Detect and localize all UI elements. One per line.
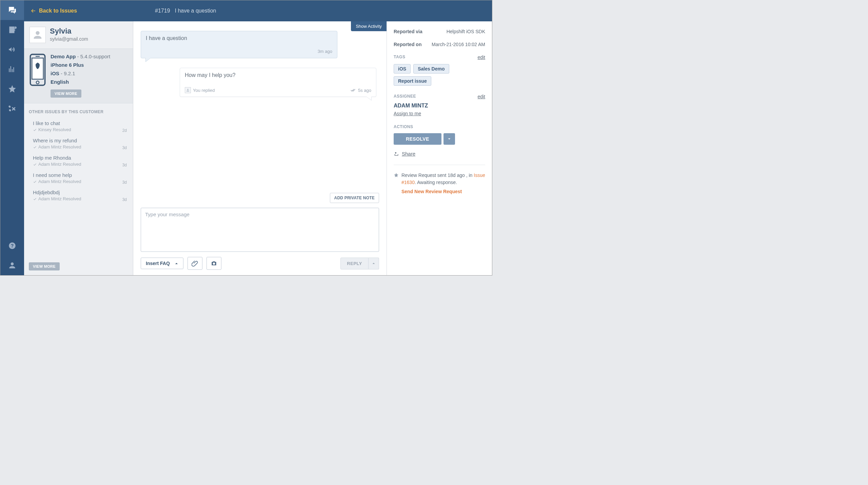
add-note-row: ADD PRIVATE NOTE (133, 191, 387, 206)
other-issue-status: Adam Mintz Resolved (33, 144, 127, 149)
share-link[interactable]: Share (402, 151, 415, 157)
nav-starred[interactable] (0, 79, 24, 99)
message-delivered: 5s ago (351, 88, 371, 93)
tags-row: iOS Sales Demo Report issue (394, 64, 485, 86)
device-lines: Demo App - 5.4.0-support iPhone 6 Plus i… (51, 54, 127, 98)
reported-via-label: Reported via (394, 29, 422, 34)
os-version: - 9.2.1 (59, 70, 75, 76)
other-issue-status: Adam Mintz Resolved (33, 196, 127, 201)
app-version: - 5.4.0-support (76, 54, 110, 59)
insert-faq-label: Insert FAQ (146, 261, 170, 266)
tags-edit-link[interactable]: edit (477, 55, 485, 60)
check-icon (33, 197, 37, 201)
reported-on-label: Reported on (394, 42, 421, 47)
other-issue-title: I like to chat (33, 120, 127, 126)
back-arrow-icon (30, 8, 36, 14)
assignee-name: ADAM MINTZ (394, 103, 485, 109)
message-input[interactable] (141, 208, 379, 252)
insert-faq-button[interactable]: Insert FAQ (141, 258, 183, 269)
reply-options-button[interactable] (369, 258, 379, 269)
message-text: I have a question (146, 35, 332, 41)
review-request-block: Review Request sent 18d ago , in Issue #… (394, 172, 485, 195)
attach-image-button[interactable] (206, 257, 221, 270)
other-issues: OTHER ISSUES BY THIS CUSTOMER I like to … (24, 103, 133, 260)
nav-analytics[interactable] (0, 59, 24, 79)
device-model: iPhone 6 Plus (51, 62, 127, 68)
other-issue-item[interactable]: Hdjdjebdbdj Adam Mintz Resolved 3d (29, 188, 128, 205)
svg-rect-2 (10, 31, 13, 31)
camera-icon (211, 260, 217, 267)
svg-rect-1 (10, 29, 14, 30)
conversation-panel: Show Activity I have a question 3m ago H… (133, 21, 387, 275)
send-new-review-link[interactable]: Send New Review Request (401, 188, 485, 195)
share-row: Share (394, 151, 485, 157)
check-icon (33, 145, 37, 149)
message-time: 3m ago (146, 49, 332, 54)
other-issue-time: 2d (122, 128, 127, 133)
reported-on-row: Reported on March-21-2016 10:02 AM (394, 42, 485, 47)
issue-title: I have a question (175, 8, 216, 14)
conversation-scroll[interactable]: I have a question 3m ago How may I help … (133, 21, 387, 191)
caret-up-icon (372, 262, 375, 265)
tags-label: TAGS (394, 55, 405, 59)
svg-text:?: ? (11, 243, 14, 248)
share-icon (394, 151, 399, 157)
other-issue-item[interactable]: I like to chat Kinsey Resolved 2d (29, 119, 128, 136)
star-icon (394, 173, 399, 178)
message-time: 5s ago (358, 88, 371, 93)
agent-mini-avatar (185, 87, 191, 93)
other-issue-item[interactable]: Where is my refund Adam Mintz Resolved 3… (29, 136, 128, 154)
content: Sylvia sylvia@gmail.com Demo App - 5.4.0… (24, 21, 492, 275)
nav-help[interactable]: ? (0, 236, 24, 256)
device-language: English (51, 79, 127, 85)
replier-label: You replied (193, 88, 215, 93)
other-issue-item[interactable]: I need some help Adam Mintz Resolved 3d (29, 171, 128, 188)
customer-message: I have a question 3m ago (141, 31, 337, 58)
nav-campaigns[interactable] (0, 40, 24, 59)
add-private-note-button[interactable]: ADD PRIVATE NOTE (330, 193, 379, 203)
other-issue-item[interactable]: Help me Rhonda Adam Mintz Resolved 3d (29, 154, 128, 171)
issue-id: #1719 (155, 8, 170, 14)
attach-file-button[interactable] (188, 257, 202, 270)
issue-title-group: #1719 I have a question (155, 8, 216, 14)
person-icon (186, 88, 190, 92)
customer-name: Sylvia (50, 27, 88, 36)
resolve-button[interactable]: RESOLVE (394, 133, 441, 145)
phone-icon (29, 54, 46, 98)
nav-conversations[interactable] (0, 0, 24, 20)
caret-up-icon (175, 262, 178, 265)
assignee-section: ASSIGNEE edit ADAM MINTZ Assign to me (394, 94, 485, 116)
tag[interactable]: iOS (394, 64, 411, 74)
person-icon (32, 29, 43, 41)
customer-card: Sylvia sylvia@gmail.com (24, 21, 133, 48)
replier-info: You replied (185, 87, 215, 93)
app-name: Demo App (51, 54, 76, 59)
nav-faq[interactable] (0, 20, 24, 40)
customer-avatar (29, 27, 46, 43)
other-issues-header: OTHER ISSUES BY THIS CUSTOMER (29, 109, 128, 114)
reply-button[interactable]: REPLY (340, 258, 369, 269)
back-label: Back to Issues (39, 8, 77, 14)
check-icon (33, 162, 37, 166)
other-issues-view-more-button[interactable]: VIEW MORE (29, 262, 60, 270)
other-issue-time: 3d (122, 197, 127, 202)
message-text: How may I help you? (185, 72, 371, 78)
other-issue-time: 3d (122, 145, 127, 150)
resolve-options-button[interactable] (443, 133, 455, 145)
tag[interactable]: Sales Demo (413, 64, 449, 74)
other-issue-title: Help me Rhonda (33, 155, 127, 161)
reported-via-row: Reported via Helpshift iOS SDK (394, 29, 485, 34)
svg-rect-8 (36, 56, 40, 57)
assignee-edit-link[interactable]: edit (477, 94, 485, 99)
nav-settings[interactable] (0, 99, 24, 118)
nav-profile[interactable] (0, 256, 24, 275)
device-view-more-button[interactable]: VIEW MORE (51, 89, 81, 98)
assign-to-me-link[interactable]: Assign to me (394, 111, 421, 116)
assignee-label: ASSIGNEE (394, 94, 416, 99)
other-issue-status: Adam Mintz Resolved (33, 162, 127, 167)
other-issue-status: Kinsey Resolved (33, 127, 127, 132)
back-to-issues-link[interactable]: Back to Issues (30, 8, 77, 14)
tag[interactable]: Report issue (394, 76, 431, 86)
other-issue-time: 3d (122, 180, 127, 185)
other-issue-title: I need some help (33, 172, 127, 178)
